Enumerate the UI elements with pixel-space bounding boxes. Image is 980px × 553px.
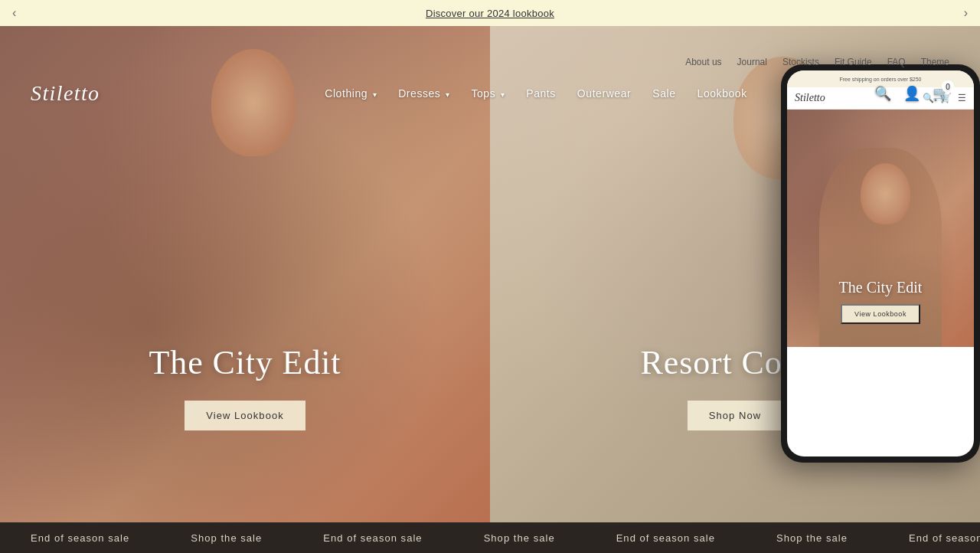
cart-badge: 0 [942,80,954,93]
ticker-item: End of season sale [0,532,160,544]
header-icons: 🔍 👤 🛒 0 [874,85,949,102]
search-icon: 🔍 [874,86,891,101]
tops-dropdown-arrow: ▾ [501,90,505,99]
nav-lookbook[interactable]: Lookbook [697,87,747,100]
mobile-screen: Free shipping on orders over $250 Stilet… [787,70,974,456]
nav-tops[interactable]: Tops ▾ [471,87,505,100]
dresses-dropdown-arrow: ▾ [446,90,450,99]
next-button[interactable]: › [964,6,968,20]
hero-section: The City Edit View Lookbook Resort Coll.… [0,26,980,522]
hero-cta-right[interactable]: Shop Now [688,401,782,430]
prev-button[interactable]: ‹ [12,6,16,20]
announcement-link[interactable]: Discover our 2024 lookbook [426,8,554,19]
mobile-hero-title: The City Edit [787,279,974,296]
ticker-bar: End of season saleShop the saleEnd of se… [0,522,980,553]
nav-about[interactable]: About us [685,57,721,67]
mobile-hero-image: The City Edit View Lookbook [787,110,974,347]
hero-text-left: The City Edit View Lookbook [0,343,490,430]
account-icon: 👤 [903,86,920,101]
mobile-hero-face [861,163,910,224]
nav-journal[interactable]: Journal [737,57,767,67]
ticker-track: End of season saleShop the saleEnd of se… [0,532,980,544]
announcement-bar: ‹ Discover our 2024 lookbook › [0,0,980,26]
main-header: About us Journal Stockists Fit Guide FAQ… [0,52,980,115]
nav-sale[interactable]: Sale [652,87,675,100]
ticker-item: End of season sale [878,532,980,544]
nav-fitguide[interactable]: Fit Guide [835,57,872,67]
nav-dresses[interactable]: Dresses ▾ [398,87,449,100]
cart-button[interactable]: 🛒 0 [933,85,949,102]
hero-cta-left[interactable]: View Lookbook [185,401,305,430]
mobile-hero-cta[interactable]: View Lookbook [841,304,920,324]
primary-nav: Clothing ▾ Dresses ▾ Tops ▾ Pants Outerw… [233,87,746,100]
nav-stockists[interactable]: Stockists [782,57,819,67]
ticker-item: End of season sale [586,532,746,544]
site-logo[interactable]: Stiletto [31,81,100,106]
clothing-dropdown-arrow: ▾ [373,90,377,99]
nav-faq[interactable]: FAQ [887,57,906,67]
main-nav-row: Stiletto Clothing ▾ Dresses ▾ Tops ▾ Pan… [0,72,980,115]
mobile-hero-text: The City Edit View Lookbook [787,279,974,324]
nav-pants[interactable]: Pants [526,87,556,100]
ticker-item: Shop the sale [453,532,586,544]
ticker-item: End of season sale [292,532,452,544]
nav-theme[interactable]: Theme [921,57,949,67]
ticker-item: Shop the sale [746,532,878,544]
nav-outerwear[interactable]: Outerwear [577,87,631,100]
announcement-prev[interactable]: ‹ [12,6,16,20]
account-button[interactable]: 👤 [903,85,920,102]
ticker-item: Shop the sale [160,532,292,544]
search-button[interactable]: 🔍 [874,85,891,102]
utility-nav: About us Journal Stockists Fit Guide FAQ… [0,52,980,72]
announcement-next[interactable]: › [964,6,968,20]
nav-clothing[interactable]: Clothing ▾ [325,87,377,100]
mobile-device-mockup: Free shipping on orders over $250 Stilet… [781,64,980,463]
hero-title-left: The City Edit [0,343,490,382]
